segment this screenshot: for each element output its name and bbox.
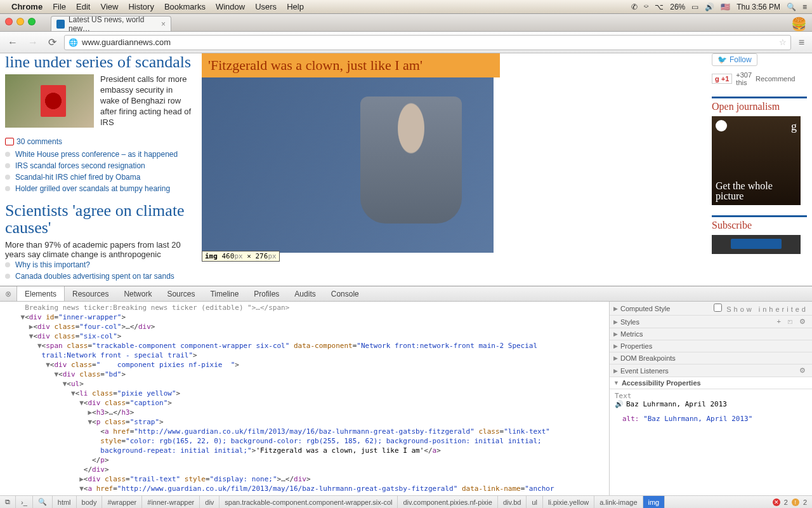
dom-line[interactable]: ▼<p class="strap">	[4, 417, 605, 427]
oj-promo-image[interactable]: g Get the whole picture	[712, 116, 801, 205]
dom-line[interactable]: ▶<div class="trail-text" style="display:…	[4, 474, 605, 484]
gplus-widget[interactable]: g +1 +307this Recommend	[712, 71, 807, 86]
dom-line[interactable]: ▼<div class=" component pixies nf-pixie …	[4, 360, 605, 370]
devtools-tab-console[interactable]: Console	[324, 286, 367, 301]
dom-line[interactable]: background-repeat: initial initial;">'Fi…	[4, 446, 605, 455]
devtools-tab-resources[interactable]: Resources	[65, 286, 116, 301]
feature-image[interactable]: img 460px × 276px	[202, 77, 494, 253]
inspect-icon[interactable]: 🔍	[33, 496, 53, 508]
breadcrumb-item[interactable]: #wrapper	[102, 496, 142, 508]
menu-view[interactable]: View	[100, 2, 118, 11]
comments-link[interactable]: 30 comments	[5, 137, 194, 146]
menu-users[interactable]: Users	[255, 2, 277, 11]
headline-2-link[interactable]: Scientists 'agree on climate causes'	[5, 201, 185, 237]
menu-window[interactable]: Window	[216, 2, 245, 11]
dom-line[interactable]: ▼<ul>	[4, 379, 605, 389]
devtools-tab-sources[interactable]: Sources	[159, 286, 202, 301]
wifi-icon[interactable]: ⌔	[644, 3, 648, 11]
dom-line[interactable]: ▼<li class="pixie yellow">	[4, 389, 605, 398]
dom-line[interactable]: </div>	[4, 465, 605, 474]
dom-line[interactable]: ▼<div class="six-col">	[4, 331, 605, 341]
dom-line[interactable]: ▼<span class="trackable-component compon…	[4, 341, 605, 351]
section-styles[interactable]: ▶Styles+ ⏍ ⚙	[610, 316, 812, 328]
dom-line[interactable]: style="color: rgb(165, 22, 0); backgroun…	[4, 436, 605, 446]
ichat-icon[interactable]: ✆	[631, 3, 638, 11]
window-zoom[interactable]	[28, 18, 36, 25]
console-toggle-icon[interactable]: ›_	[16, 496, 33, 508]
battery-icon[interactable]: ▭	[691, 3, 698, 11]
section-accessibility[interactable]: ▼Accessibility Properties	[610, 377, 812, 389]
dom-line[interactable]: ▶<h3>…</h3>	[4, 408, 605, 417]
dom-line[interactable]: </p>	[4, 455, 605, 465]
breadcrumb-item[interactable]: div	[200, 496, 219, 508]
address-bar[interactable]: 🌐 www.guardiannews.com ☆	[64, 35, 791, 50]
subscribe-image[interactable]	[712, 235, 801, 254]
dom-line[interactable]: ▼<div class="bd">	[4, 370, 605, 379]
breadcrumb-item[interactable]: ul	[527, 496, 543, 508]
show-inherited-checkbox[interactable]	[714, 304, 722, 312]
section-event-listeners[interactable]: ▶Event Listeners⚙	[610, 364, 812, 377]
breadcrumb-item[interactable]: #inner-wrapper	[142, 496, 200, 508]
dom-tree[interactable]: Breaking news ticker:Breaking news ticke…	[0, 302, 609, 495]
window-minimize[interactable]	[16, 18, 24, 25]
spotlight-icon[interactable]: 🔍	[787, 3, 796, 11]
devtools-tab-elements[interactable]: Elements	[16, 286, 65, 301]
dom-line[interactable]: trail:Network front - special trail">	[4, 351, 605, 360]
breadcrumb-item[interactable]: body	[77, 496, 103, 508]
devtools-tab-audits[interactable]: Audits	[287, 286, 323, 301]
dom-line[interactable]: ▼<a href="http://www.guardian.co.uk/film…	[4, 484, 605, 493]
battery-percentage[interactable]: 26%	[670, 3, 685, 11]
menu-edit[interactable]: Edit	[76, 2, 90, 11]
related-link[interactable]: Holder grilled over scandals at bumpy he…	[5, 183, 194, 194]
dom-line[interactable]: <a href="http://www.guardian.co.uk/film/…	[4, 427, 605, 436]
dom-line[interactable]: ▶<div class="four-col">…</div>	[4, 322, 605, 331]
story-1-image[interactable]	[5, 74, 94, 128]
reload-button[interactable]: ⟳	[46, 36, 59, 48]
bookmark-star-icon[interactable]: ☆	[779, 37, 787, 47]
section-properties[interactable]: ▶Properties	[610, 340, 812, 352]
flag-icon[interactable]: 🇺🇸	[721, 3, 730, 11]
section-metrics[interactable]: ▶Metrics	[610, 328, 812, 340]
devtools-close-icon[interactable]: ⊗	[0, 290, 16, 298]
browser-tab[interactable]: Latest US news, world new… ×	[51, 16, 171, 31]
related-link[interactable]: Scandal-hit IRS chief fired by Obama	[5, 171, 194, 183]
section-computed-style[interactable]: ▶Computed Style Show inherited	[610, 302, 812, 316]
breadcrumb-item[interactable]: li.pixie.yellow	[543, 496, 594, 508]
menu-file[interactable]: File	[53, 2, 66, 11]
volume-icon[interactable]: 🔊	[705, 3, 714, 11]
related-link[interactable]: Canada doubles advertising spent on tar …	[5, 271, 194, 282]
related-link[interactable]: White House press conference – as it hap…	[5, 149, 194, 160]
menu-history[interactable]: History	[128, 2, 154, 11]
devtools-tab-timeline[interactable]: Timeline	[202, 286, 246, 301]
breadcrumb-item[interactable]: img	[643, 496, 665, 508]
feature-strap[interactable]: 'Fitzgerald was a clown, just like I am'	[208, 57, 494, 74]
tab-close-icon[interactable]: ×	[161, 20, 166, 29]
breadcrumb-item[interactable]: div.component.pixies.nf-pixie	[398, 496, 497, 508]
dock-icon[interactable]: ⧉	[0, 496, 16, 508]
bluetooth-icon[interactable]: ⌥	[655, 3, 664, 11]
devtools-tab-network[interactable]: Network	[116, 286, 159, 301]
devtools-tab-profiles[interactable]: Profiles	[246, 286, 287, 301]
menu-bookmarks[interactable]: Bookmarks	[164, 2, 206, 11]
notifications-icon[interactable]: ≡	[802, 3, 807, 11]
dom-line[interactable]: ▼<div id="inner-wrapper">	[4, 312, 605, 322]
clock[interactable]: Thu 3:56 PM	[737, 3, 780, 11]
twitter-follow-button[interactable]: 🐦Follow	[712, 53, 757, 66]
breadcrumb-item[interactable]: div.bd	[498, 496, 527, 508]
breadcrumb-item[interactable]: span.trackable-component.component-wrapp…	[219, 496, 398, 508]
breadcrumb-item[interactable]: a.link-image	[594, 496, 643, 508]
dom-line[interactable]: ▼<div class="caption">	[4, 398, 605, 408]
related-link[interactable]: IRS scandal forces second resignation	[5, 160, 194, 171]
breadcrumb-item[interactable]: html	[53, 496, 77, 508]
back-button[interactable]: ←	[5, 37, 20, 48]
app-name[interactable]: Chrome	[11, 2, 43, 11]
warning-badge-icon[interactable]: !	[792, 498, 799, 506]
error-badge-icon[interactable]: ✕	[773, 498, 780, 506]
menu-help[interactable]: Help	[287, 2, 304, 11]
window-close[interactable]	[5, 18, 13, 25]
headline-1-link[interactable]: line under series of scandals	[5, 53, 191, 71]
section-dom-breakpoints[interactable]: ▶DOM Breakpoints	[610, 352, 812, 364]
chrome-menu-button[interactable]: ≡	[796, 37, 807, 48]
related-link[interactable]: Why is this important?	[5, 259, 194, 271]
dom-line[interactable]: Breaking news ticker:Breaking news ticke…	[4, 303, 605, 312]
